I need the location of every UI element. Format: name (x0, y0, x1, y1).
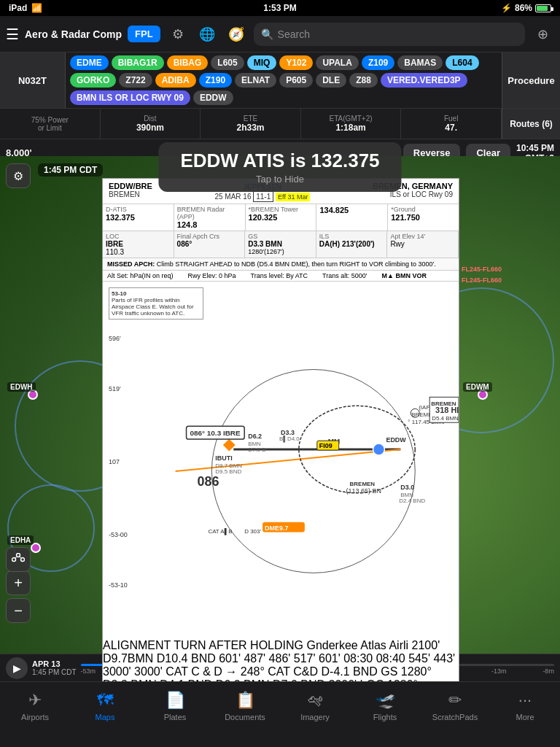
zoom-buttons: + − (6, 570, 31, 623)
svg-text:D9.5 BND: D9.5 BND (215, 468, 241, 475)
timeline-label: -13m (491, 667, 507, 675)
atis-text: EDDW ATIS is 132.375 (180, 150, 379, 172)
fuel-cell: Fuel 47. (401, 109, 502, 139)
chart-svg: 596' 519' 107 -53-00 -53-10 EDDW IBUTI (103, 282, 459, 639)
map-area[interactable]: FL245-FL660 FL245-FL660 EDWH EDHA EDWM 6… (0, 156, 560, 681)
svg-text:-53-00: -53-00 (109, 531, 128, 538)
tab-scratchpads[interactable]: ✏ScratchPads (420, 688, 490, 724)
tab-more[interactable]: ···More (490, 688, 560, 724)
route-tag[interactable]: L604 (446, 55, 478, 70)
procedure-button[interactable]: Procedure (502, 53, 560, 108)
route-tag[interactable]: BIBAG (167, 55, 209, 70)
tab-airports[interactable]: ✈Airports (0, 688, 70, 724)
bluetooth-icon: ⚡ (501, 3, 512, 13)
svg-text:D5.4 BMN: D5.4 BMN (432, 415, 459, 422)
route-tag[interactable]: Y102 (279, 55, 313, 70)
settings-icon[interactable]: ⚙ (166, 23, 190, 46)
route-tag[interactable]: Z88 (349, 73, 378, 88)
tab-imagery[interactable]: 🛩Imagery (280, 688, 350, 724)
edha-label: EDHA (7, 535, 34, 545)
route-tag[interactable]: L605 (211, 55, 244, 70)
top-nav: ☰ Aero & Radar Comp FPL ⚙ 🌐 🧭 🔍 Search ⊕ (0, 16, 560, 53)
search-bar[interactable]: 🔍 Search (254, 23, 525, 46)
route-tag[interactable]: Z722 (119, 73, 152, 88)
wifi-icon: 📶 (31, 3, 42, 13)
svg-text:B▌D4.0: B▌D4.0 (279, 435, 300, 443)
status-right: ⚡ 86% (501, 3, 551, 13)
route-tag[interactable]: UPALA (316, 55, 358, 70)
tab-label-plates: Plates (164, 713, 187, 721)
route-tag[interactable]: BMN ILS OR LOC RWY 09 (70, 90, 190, 105)
chart-diagram: 53-10 Parts of IFR profiles within Airsp… (103, 282, 459, 639)
app-name: Aero & Radar Comp (25, 28, 122, 40)
route-tag[interactable]: VERED.VERED3P (381, 73, 467, 88)
zoom-in-button[interactable]: + (6, 570, 31, 595)
ete-cell: ETE 2h33m (201, 109, 301, 139)
globe-icon[interactable]: 🌐 (195, 23, 219, 46)
tab-label-more: More (516, 713, 534, 721)
edwm-label: EDWM (463, 382, 492, 392)
tab-plates[interactable]: 📄Plates (140, 688, 210, 724)
map-settings-button[interactable]: ⚙ (6, 163, 31, 188)
route-tag[interactable]: GORKO (70, 73, 116, 88)
route-tag[interactable]: EDME (70, 55, 109, 70)
tab-icon-more: ··· (518, 691, 532, 710)
svg-text:D3.0: D3.0 (400, 484, 414, 491)
location-icon[interactable]: ⊕ (531, 23, 554, 46)
svg-point-9 (373, 444, 384, 455)
tab-icon-airports: ✈ (28, 691, 42, 710)
tab-documents[interactable]: 📋Documents (210, 688, 280, 724)
freq-ground: *Ground 121.750 (388, 204, 459, 231)
svg-text:FI09: FI09 (319, 442, 332, 449)
route-tag[interactable]: MIQ (247, 55, 277, 70)
apr-elev-cell: Apt Elev 14' Rwy (387, 231, 459, 258)
route-id: N032T (0, 53, 66, 108)
route-tag[interactable]: EDDW (193, 90, 233, 105)
tab-icon-documents: 📋 (236, 691, 255, 710)
svg-point-44 (17, 554, 20, 557)
tab-bar: ✈Airports🗺Maps📄Plates📋Documents🛩Imagery🛫… (0, 681, 560, 747)
freq-row: D-ATIS 132.375 BREMEN Radar (APP) 124.8 … (103, 204, 459, 231)
flight-info-row: 75% Power or Limit Dist 390nm ETE 2h33m … (0, 109, 560, 139)
fl-label-1: FL245-FL660 (462, 266, 502, 273)
route-tag[interactable]: P605 (279, 73, 313, 88)
svg-text:BREMEN: BREMEN (350, 481, 376, 487)
play-button[interactable]: ▶ (6, 657, 28, 679)
route-tag[interactable]: ADIBA (155, 73, 196, 88)
routes-button[interactable]: Routes (6) (502, 109, 560, 139)
tab-label-imagery: Imagery (300, 713, 330, 721)
compass-icon[interactable]: 🧭 (225, 23, 248, 46)
tab-icon-flights: 🛫 (376, 691, 395, 710)
ils-da-cell: ILS DA(H) 213'(200') (316, 231, 388, 258)
atis-sub: Tap to Hide (180, 174, 379, 185)
freq-datis: D-ATIS 132.375 (103, 204, 174, 231)
time-indicator: 1:45 PM CDT (38, 163, 103, 177)
hamburger-icon[interactable]: ☰ (6, 26, 19, 43)
tab-icon-plates: 📄 (166, 691, 185, 710)
tab-maps[interactable]: 🗺Maps (70, 688, 140, 724)
atis-banner[interactable]: EDDW ATIS is 132.375 Tap to Hide (158, 142, 401, 192)
tab-flights[interactable]: 🛫Flights (350, 688, 420, 724)
route-tag[interactable]: BIBAG1R (112, 55, 164, 70)
route-tag[interactable]: Z109 (362, 55, 394, 70)
route-tag[interactable]: DLE (316, 73, 346, 88)
svg-point-45 (21, 558, 25, 562)
fpl-button[interactable]: FPL (128, 26, 160, 42)
status-left: iPad 📶 (9, 3, 42, 13)
route-overlay-button[interactable] (6, 547, 31, 572)
route-tag[interactable]: Z190 (199, 73, 232, 88)
svg-text:318 HIG: 318 HIG (435, 406, 459, 414)
svg-point-8 (211, 370, 415, 573)
zoom-out-button[interactable]: − (6, 598, 31, 623)
route-tag[interactable]: BAMAS (397, 55, 443, 70)
svg-text:IBUTI: IBUTI (215, 454, 232, 462)
route-tag[interactable]: ELNAT (235, 73, 276, 88)
timeline-label: -8m (542, 667, 554, 675)
battery-icon (535, 4, 551, 12)
alt-settings-row: Alt Set: hPa(IN on req) Rwy Elev: 0 hPa … (103, 271, 459, 282)
carrier: iPad (9, 3, 27, 13)
svg-text:EDDW: EDDW (386, 436, 406, 444)
dist-cell: Dist 390nm (101, 109, 201, 139)
tab-icon-imagery: 🛩 (307, 691, 323, 710)
status-time: 1:53 PM (263, 3, 296, 13)
